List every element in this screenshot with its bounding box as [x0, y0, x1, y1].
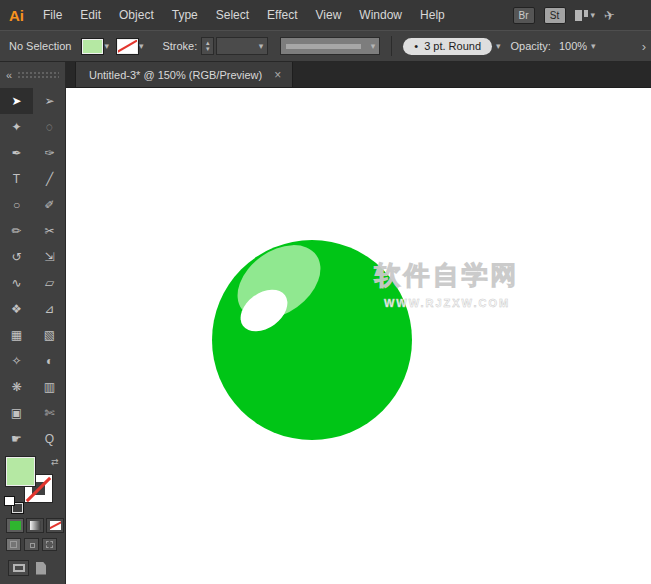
tools-panel: « ➤➢✦◌✒✑T╱○✐✏✂↺⇲∿▱❖⊿▦▧✧◐❋▥▣✄☛Q ⇄ [0, 62, 66, 584]
tools-panel-header: « [0, 62, 65, 88]
type-tool[interactable]: T [0, 166, 33, 192]
selection-status: No Selection [0, 40, 83, 52]
document-tab[interactable]: Untitled-3* @ 150% (RGB/Preview) × [75, 62, 293, 87]
menu-select[interactable]: Select [207, 0, 258, 30]
monitor-icon [13, 564, 25, 572]
menu-type[interactable]: Type [163, 0, 207, 30]
ellipse-tool[interactable]: ○ [0, 192, 33, 218]
gradient-tool[interactable]: ▧ [33, 322, 66, 348]
none-button-swatch [50, 521, 61, 530]
hand-tool[interactable]: ☛ [0, 426, 33, 452]
document-icon [36, 562, 46, 575]
stroke-color-control[interactable]: ▾ [118, 40, 144, 53]
default-fill-stroke-icon[interactable] [5, 497, 22, 512]
symbol-sprayer-tool[interactable]: ❋ [0, 374, 33, 400]
magic-wand-tool[interactable]: ✦ [0, 114, 33, 140]
draw-behind-button[interactable] [24, 538, 39, 551]
color-mode-buttons [0, 518, 65, 533]
pencil-tool[interactable]: ✏ [0, 218, 33, 244]
rotate-tool[interactable]: ↺ [0, 244, 33, 270]
opacity-label: Opacity: [511, 40, 551, 52]
gradient-button-swatch [30, 521, 41, 530]
eyedropper-tool[interactable]: ✧ [0, 348, 33, 374]
gradient-button[interactable] [26, 518, 44, 533]
bridge-button[interactable]: Br [513, 7, 535, 24]
perspective-grid-tool[interactable]: ⊿ [33, 296, 66, 322]
watermark-url: WWW.RJZXW.COM [357, 297, 537, 309]
stock-button[interactable]: St [544, 7, 566, 24]
chevron-down-icon: ▾ [591, 42, 596, 51]
fill-swatch[interactable] [83, 40, 102, 53]
chevron-down-icon[interactable]: ▾ [104, 42, 109, 51]
width-profile-select[interactable]: ▾ [280, 37, 380, 55]
fill-stroke-indicator: ⇄ [0, 454, 65, 516]
menu-help[interactable]: Help [411, 0, 454, 30]
paintbrush-tool[interactable]: ✐ [33, 192, 66, 218]
lasso-tool[interactable]: ◌ [33, 114, 66, 140]
menu-edit[interactable]: Edit [71, 0, 110, 30]
color-button[interactable] [6, 518, 24, 533]
watermark: 软件自学网 WWW.RJZXW.COM [357, 258, 537, 309]
tab-title: Untitled-3* @ 150% (RGB/Preview) [89, 69, 262, 81]
stroke-weight-select[interactable]: ▾ [216, 37, 268, 55]
slice-tool[interactable]: ✄ [33, 400, 66, 426]
tool-grid: ➤➢✦◌✒✑T╱○✐✏✂↺⇲∿▱❖⊿▦▧✧◐❋▥▣✄☛Q [0, 88, 65, 452]
brush-select[interactable]: • 3 pt. Round [403, 38, 492, 55]
opacity-select[interactable]: 100% ▾ [559, 40, 596, 52]
brush-name: 3 pt. Round [424, 40, 481, 52]
menu-bar: Ai FileEditObjectTypeSelectEffectViewWin… [0, 0, 651, 30]
menu-effect[interactable]: Effect [258, 0, 306, 30]
panel-overflow-icon[interactable]: › [642, 39, 646, 54]
document-tab-bar: Untitled-3* @ 150% (RGB/Preview) × [66, 62, 651, 88]
brush-dot-icon: • [414, 40, 418, 52]
control-bar: No Selection ▾ ▾ Stroke: ▴ ▾ ▾ ▾ • 3 pt.… [0, 30, 651, 62]
canvas[interactable]: 软件自学网 WWW.RJZXW.COM [67, 88, 651, 584]
width-tool[interactable]: ∿ [0, 270, 33, 296]
draw-normal-button[interactable] [6, 538, 21, 551]
stroke-weight-stepper[interactable]: ▴ ▾ [201, 37, 214, 55]
fill-color-control[interactable]: ▾ [83, 40, 109, 53]
menu-window[interactable]: Window [350, 0, 411, 30]
none-button[interactable] [46, 518, 64, 533]
scissors-tool[interactable]: ✂ [33, 218, 66, 244]
stroke-swatch[interactable] [118, 40, 137, 53]
chevron-down-icon: ▾ [371, 42, 376, 51]
collapse-panel-button[interactable]: « [6, 69, 12, 81]
panel-grip[interactable] [17, 71, 59, 79]
column-graph-tool[interactable]: ▥ [33, 374, 66, 400]
curvature-tool[interactable]: ✑ [33, 140, 66, 166]
draw-mode-buttons [0, 538, 65, 551]
line-segment-tool[interactable]: ╱ [33, 166, 66, 192]
draw-inside-button[interactable] [42, 538, 57, 551]
opacity-value: 100% [559, 40, 587, 52]
share-icon[interactable]: ✈ [603, 7, 617, 24]
scale-tool[interactable]: ⇲ [33, 244, 66, 270]
zoom-tool[interactable]: Q [33, 426, 66, 452]
spinner-down-icon[interactable]: ▾ [206, 46, 210, 52]
fill-color-box[interactable] [7, 458, 34, 485]
close-tab-icon[interactable]: × [274, 68, 281, 82]
blend-tool[interactable]: ◐ [33, 348, 66, 374]
artboard-tool[interactable]: ▣ [0, 400, 33, 426]
shape-builder-tool[interactable]: ❖ [0, 296, 33, 322]
menu-file[interactable]: File [34, 0, 71, 30]
workspace-switcher[interactable]: ▾ [575, 10, 596, 21]
screen-mode-button[interactable] [8, 560, 29, 576]
direct-selection-tool[interactable]: ➢ [33, 88, 66, 114]
free-transform-tool[interactable]: ▱ [33, 270, 66, 296]
illustrator-window: Ai FileEditObjectTypeSelectEffectViewWin… [0, 0, 651, 584]
mesh-tool[interactable]: ▦ [0, 322, 33, 348]
watermark-title: 软件自学网 [357, 258, 537, 293]
stroke-label[interactable]: Stroke: [162, 40, 197, 52]
app-logo-icon: Ai [0, 7, 34, 24]
chevron-down-icon[interactable]: ▾ [139, 42, 144, 51]
uniform-profile-preview [286, 44, 361, 49]
swap-fill-stroke-icon[interactable]: ⇄ [51, 457, 59, 467]
pen-tool[interactable]: ✒ [0, 140, 33, 166]
selection-tool[interactable]: ➤ [0, 88, 33, 114]
workspace-icon [575, 10, 588, 21]
menu-object[interactable]: Object [110, 0, 163, 30]
chevron-down-icon[interactable]: ▾ [496, 42, 501, 51]
tools-panel-bottom [0, 560, 65, 576]
menu-view[interactable]: View [307, 0, 351, 30]
